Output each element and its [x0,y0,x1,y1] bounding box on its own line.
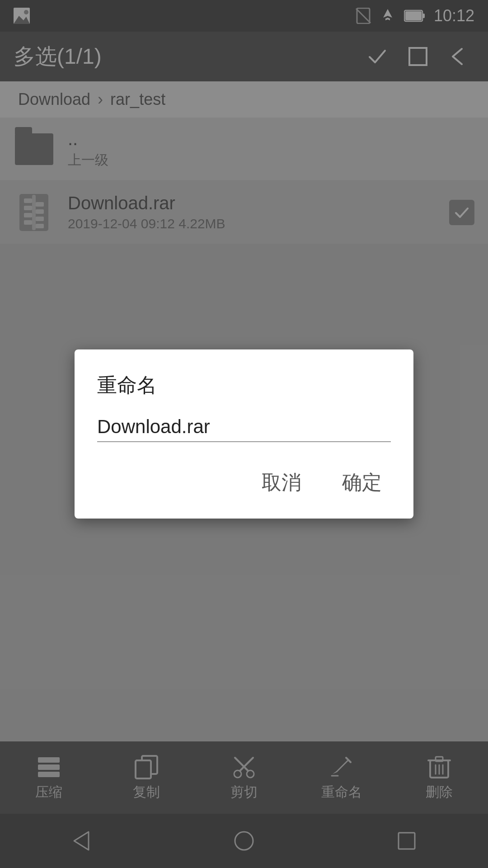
cancel-button[interactable]: 取消 [253,465,310,500]
confirm-button[interactable]: 确定 [333,465,391,500]
rename-input[interactable] [97,412,391,442]
dialog-title: 重命名 [97,372,391,399]
dialog-actions: 取消 确定 [97,465,391,500]
rename-dialog: 重命名 取消 确定 [75,349,413,519]
dialog-overlay: 重命名 取消 确定 [0,0,488,868]
